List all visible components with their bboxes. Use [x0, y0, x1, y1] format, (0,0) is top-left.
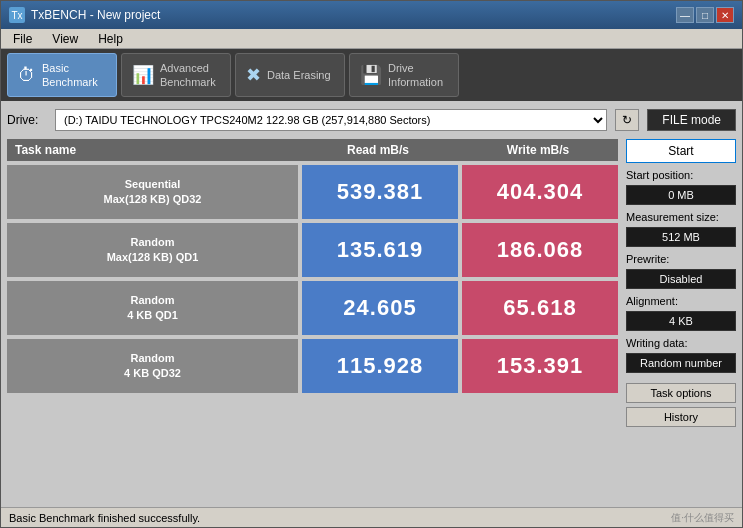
main-window: Tx TxBENCH - New project — □ ✕ File View…	[0, 0, 743, 528]
tab-basic-benchmark[interactable]: ⏱ Basic Benchmark	[7, 53, 117, 97]
menu-view[interactable]: View	[48, 32, 82, 46]
read-value-2: 135.619	[302, 223, 458, 277]
basic-benchmark-label: Basic Benchmark	[42, 61, 98, 90]
data-erasing-icon: ✖	[246, 64, 261, 86]
task-label-2: Random Max(128 KB) QD1	[7, 223, 298, 277]
result-row-2: Random Max(128 KB) QD1 135.619 186.068	[7, 223, 618, 277]
tab-drive-information[interactable]: 💾 Drive Information	[349, 53, 459, 97]
writing-data-value: Random number	[626, 353, 736, 373]
data-erasing-label: Data Erasing	[267, 68, 331, 82]
writing-data-label: Writing data:	[626, 337, 736, 349]
refresh-icon: ↻	[622, 113, 632, 127]
advanced-benchmark-icon: 📊	[132, 64, 154, 86]
write-value-2: 186.068	[462, 223, 618, 277]
status-text: Basic Benchmark finished successfully.	[9, 512, 200, 524]
tab-data-erasing[interactable]: ✖ Data Erasing	[235, 53, 345, 97]
header-read: Read mB/s	[298, 139, 458, 161]
drive-label: Drive:	[7, 113, 47, 127]
prewrite-label: Prewrite:	[626, 253, 736, 265]
toolbar: ⏱ Basic Benchmark 📊 Advanced Benchmark ✖…	[1, 49, 742, 101]
file-mode-btn[interactable]: FILE mode	[647, 109, 736, 131]
header-task: Task name	[7, 139, 298, 161]
drive-row: Drive: (D:) TAIDU TECHNOLOGY TPCS240M2 1…	[7, 107, 736, 133]
result-row-4: Random 4 KB QD32 115.928 153.391	[7, 339, 618, 393]
measurement-size-label: Measurement size:	[626, 211, 736, 223]
write-value-4: 153.391	[462, 339, 618, 393]
menu-help[interactable]: Help	[94, 32, 127, 46]
drive-select[interactable]: (D:) TAIDU TECHNOLOGY TPCS240M2 122.98 G…	[55, 109, 607, 131]
task-options-btn[interactable]: Task options	[626, 383, 736, 403]
alignment-value: 4 KB	[626, 311, 736, 331]
title-bar: Tx TxBENCH - New project — □ ✕	[1, 1, 742, 29]
start-btn[interactable]: Start	[626, 139, 736, 163]
window-title: TxBENCH - New project	[31, 8, 160, 22]
side-panel: Start Start position: 0 MB Measurement s…	[626, 139, 736, 501]
history-btn[interactable]: History	[626, 407, 736, 427]
measurement-size-value: 512 MB	[626, 227, 736, 247]
tab-advanced-benchmark[interactable]: 📊 Advanced Benchmark	[121, 53, 231, 97]
start-position-value: 0 MB	[626, 185, 736, 205]
results-header: Task name Read mB/s Write mB/s	[7, 139, 618, 161]
minimize-btn[interactable]: —	[676, 7, 694, 23]
read-value-4: 115.928	[302, 339, 458, 393]
header-write: Write mB/s	[458, 139, 618, 161]
advanced-benchmark-label: Advanced Benchmark	[160, 61, 216, 90]
status-bar: Basic Benchmark finished successfully. 值…	[1, 507, 742, 527]
close-btn[interactable]: ✕	[716, 7, 734, 23]
menu-file[interactable]: File	[9, 32, 36, 46]
results-panel: Task name Read mB/s Write mB/s Sequentia…	[7, 139, 618, 501]
task-label-3: Random 4 KB QD1	[7, 281, 298, 335]
alignment-label: Alignment:	[626, 295, 736, 307]
app-icon: Tx	[9, 7, 25, 23]
title-controls: — □ ✕	[676, 7, 734, 23]
start-position-label: Start position:	[626, 169, 736, 181]
write-value-1: 404.304	[462, 165, 618, 219]
task-label-1: Sequential Max(128 KB) QD32	[7, 165, 298, 219]
read-value-3: 24.605	[302, 281, 458, 335]
prewrite-value: Disabled	[626, 269, 736, 289]
read-value-1: 539.381	[302, 165, 458, 219]
benchmark-area: Task name Read mB/s Write mB/s Sequentia…	[7, 139, 736, 501]
drive-refresh-btn[interactable]: ↻	[615, 109, 639, 131]
result-row-3: Random 4 KB QD1 24.605 65.618	[7, 281, 618, 335]
watermark: 值·什么值得买	[671, 511, 734, 525]
maximize-btn[interactable]: □	[696, 7, 714, 23]
menu-bar: File View Help	[1, 29, 742, 49]
main-content: Drive: (D:) TAIDU TECHNOLOGY TPCS240M2 1…	[1, 101, 742, 507]
result-row-1: Sequential Max(128 KB) QD32 539.381 404.…	[7, 165, 618, 219]
task-label-4: Random 4 KB QD32	[7, 339, 298, 393]
title-bar-left: Tx TxBENCH - New project	[9, 7, 160, 23]
basic-benchmark-icon: ⏱	[18, 65, 36, 86]
drive-information-icon: 💾	[360, 64, 382, 86]
drive-information-label: Drive Information	[388, 61, 443, 90]
write-value-3: 65.618	[462, 281, 618, 335]
